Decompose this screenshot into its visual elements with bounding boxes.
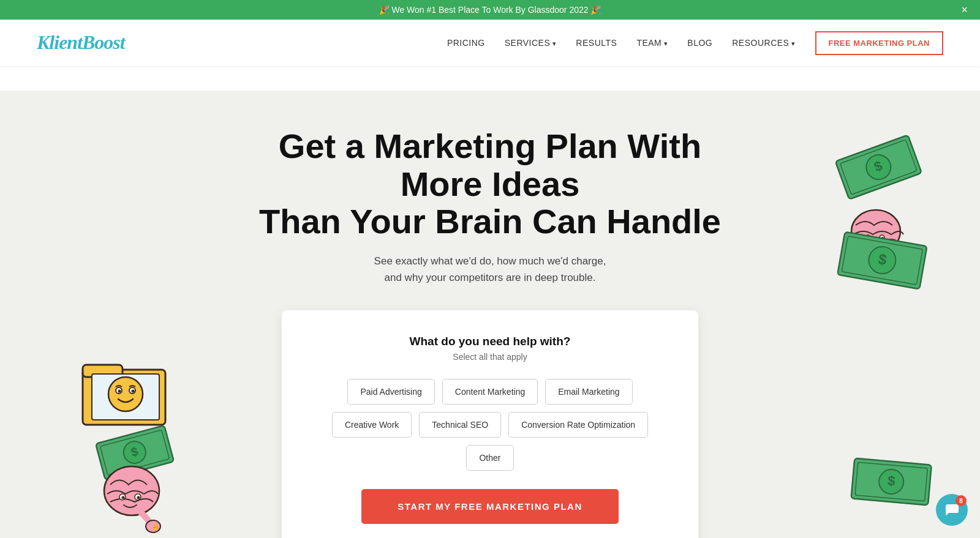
- chat-badge: 8: [956, 495, 967, 506]
- results-link[interactable]: RESULTS: [576, 38, 617, 48]
- option-conversion-rate[interactable]: Conversion Rate Optimization: [508, 412, 648, 438]
- nav-item-pricing[interactable]: PRICING: [447, 37, 485, 48]
- pricing-link[interactable]: PRICING: [447, 38, 485, 48]
- services-link[interactable]: SERVICES: [505, 38, 557, 48]
- start-marketing-plan-button[interactable]: START MY FREE MARKETING PLAN: [361, 489, 619, 524]
- logo-svg: KlientBoost: [37, 27, 135, 54]
- navigation: KlientBoost PRICING SERVICES RESULTS TEA…: [0, 20, 980, 66]
- nav-cta-item[interactable]: FREE MARKETING PLAN: [815, 37, 944, 48]
- hero-content: Get a Marketing Plan With More Ideas Tha…: [0, 127, 980, 538]
- nav-item-team[interactable]: TEAM: [636, 37, 668, 48]
- resources-link[interactable]: RESOURCES: [732, 38, 795, 48]
- options-row-3: Other: [318, 445, 662, 471]
- option-other[interactable]: Other: [466, 445, 513, 471]
- nav-cta-link[interactable]: FREE MARKETING PLAN: [815, 31, 944, 55]
- team-link[interactable]: TEAM: [636, 38, 668, 48]
- option-technical-seo[interactable]: Technical SEO: [419, 412, 501, 438]
- top-banner: 🎉 We Won #1 Best Place To Work By Glassd…: [0, 0, 980, 20]
- svg-text:KlientBoost: KlientBoost: [37, 31, 126, 53]
- options-row-1: Paid Advertising Content Marketing Email…: [318, 379, 662, 405]
- nav-links: PRICING SERVICES RESULTS TEAM BLOG RESOU…: [447, 37, 943, 48]
- hero-section: $ ✌ $: [0, 91, 980, 538]
- logo[interactable]: KlientBoost: [37, 27, 135, 59]
- banner-text: 🎉 We Won #1 Best Place To Work By Glassd…: [379, 5, 601, 15]
- nav-item-blog[interactable]: BLOG: [687, 37, 712, 48]
- wave-divider: [0, 66, 980, 91]
- option-creative-work[interactable]: Creative Work: [332, 412, 412, 438]
- hero-subtitle: See exactly what we'd do, how much we'd …: [0, 253, 980, 286]
- options-row-2: Creative Work Technical SEO Conversion R…: [318, 412, 662, 438]
- hero-title: Get a Marketing Plan With More Ideas Tha…: [245, 127, 735, 241]
- option-content-marketing[interactable]: Content Marketing: [442, 379, 538, 405]
- nav-item-results[interactable]: RESULTS: [576, 37, 617, 48]
- nav-item-services[interactable]: SERVICES: [505, 37, 557, 48]
- option-email-marketing[interactable]: Email Marketing: [545, 379, 632, 405]
- option-paid-advertising[interactable]: Paid Advertising: [347, 379, 434, 405]
- close-banner-button[interactable]: ×: [961, 4, 968, 17]
- nav-item-resources[interactable]: RESOURCES: [732, 37, 795, 48]
- form-subtext: Select all that apply: [318, 352, 662, 362]
- chat-widget[interactable]: 8: [936, 494, 968, 526]
- blog-link[interactable]: BLOG: [687, 38, 712, 48]
- form-card: What do you need help with? Select all t…: [282, 310, 698, 538]
- form-question: What do you need help with?: [318, 335, 662, 348]
